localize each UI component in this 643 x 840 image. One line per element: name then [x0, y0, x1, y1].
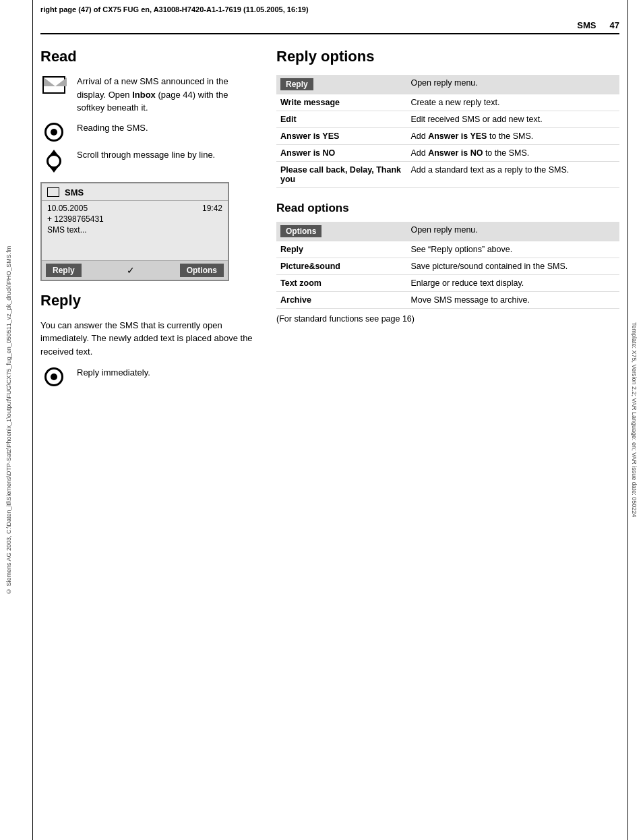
reply-row-0: Write message Create a new reply text.	[276, 94, 619, 111]
read-row-1-key: Picture&sound	[276, 258, 406, 275]
sms-reply-button[interactable]: Reply	[46, 264, 82, 277]
right-side-text: Template: X75, Version 2.2; VAR Language…	[630, 40, 639, 800]
envelope-icon	[42, 76, 65, 94]
circle-row: Reading the SMS.	[40, 121, 256, 142]
read-options-title: Read options	[276, 202, 619, 215]
read-row-3: Archive Move SMS message to archive.	[276, 292, 619, 309]
reply-row-1-val: Edit received SMS or add new text.	[406, 111, 619, 128]
nav-row: Scroll through message line by line.	[40, 148, 256, 173]
right-column: Reply options Reply Open reply menu. Wri…	[276, 48, 619, 393]
right-border-line	[627, 0, 628, 840]
read-section-title: Read	[40, 48, 256, 65]
sms-screen-header: SMS	[42, 183, 228, 201]
footer-note: (For standard functions see page 16)	[276, 314, 619, 324]
sms-buttons-bar: Reply ✓ Options	[42, 260, 228, 280]
arrow-up-icon	[50, 150, 58, 155]
nav-icon	[44, 150, 63, 173]
options-badge: Options	[280, 225, 322, 237]
reply-row-4: Please call back, Delay, Thank you Add a…	[276, 162, 619, 188]
reply-row-3-key: Answer is NO	[276, 145, 406, 162]
envelope-row: Arrival of a new SMS announced in the di…	[40, 75, 256, 115]
reply-row-0-val: Create a new reply text.	[406, 94, 619, 111]
read-row-3-val: Move SMS message to archive.	[406, 292, 619, 309]
two-col-layout: Read Arrival of a new SMS announced in t…	[40, 48, 619, 393]
read-row-1-val: Save picture/sound contained in the SMS.	[406, 258, 619, 275]
reply-circle-icon	[44, 367, 63, 386]
nav-icon-box	[40, 150, 67, 173]
sms-date-row: 10.05.2005 19:42	[47, 204, 222, 213]
left-border-line	[32, 0, 33, 840]
reply-row-1-key: Edit	[276, 111, 406, 128]
reply-badge: Reply	[280, 78, 313, 90]
read-options-table: Options Open reply menu. Reply See “Repl…	[276, 222, 619, 309]
reply-row-2-val: Add Answer is YES to the SMS.	[406, 128, 619, 145]
reply-row-1: Edit Edit received SMS or add new text.	[276, 111, 619, 128]
sms-screen-title: SMS	[65, 187, 84, 198]
top-meta-bar: right page (47) of CX75 FUG en, A31008-H…	[40, 5, 630, 13]
reply-row-3: Answer is NO Add Answer is NO to the SMS…	[276, 145, 619, 162]
reply-row-0-key: Write message	[276, 94, 406, 111]
arrow-down-icon	[50, 167, 58, 173]
sms-screen-body: 10.05.2005 19:42 + 12398765431 SMS text.…	[42, 201, 228, 260]
read-para3: Scroll through message line by line.	[77, 148, 256, 162]
reply-badge-desc: Open reply menu.	[406, 75, 619, 94]
page-header: SMS 47	[40, 20, 619, 34]
read-para2: Reading the SMS.	[77, 121, 256, 135]
circle-icon-box	[40, 123, 67, 142]
read-options-header-row: Options Open reply menu.	[276, 222, 619, 241]
options-badge-cell: Options	[276, 222, 406, 241]
reply-circle-icon-box	[40, 367, 67, 386]
read-row-3-key: Archive	[276, 292, 406, 309]
sms-number: + 12398765431	[47, 214, 222, 224]
sms-small-envelope	[47, 187, 59, 197]
reply-row-2: Answer is YES Add Answer is YES to the S…	[276, 128, 619, 145]
main-content: SMS 47 Read Arrival of a new SMS announc…	[40, 20, 619, 820]
read-para1: Arrival of a new SMS announced in the di…	[77, 75, 256, 115]
reply-options-title: Reply options	[276, 48, 619, 65]
reply-options-header-row: Reply Open reply menu.	[276, 75, 619, 94]
reply-badge-cell: Reply	[276, 75, 406, 94]
page-header-title: SMS	[577, 20, 596, 30]
left-side-text: © Siemens AG 2003, C:\Daten_itl\Siemens\…	[4, 40, 13, 800]
options-badge-desc: Open reply menu.	[406, 222, 619, 241]
inbox-link: Inbox	[132, 90, 156, 100]
reply-row-4-key: Please call back, Delay, Thank you	[276, 162, 406, 188]
sms-check-icon: ✓	[127, 265, 135, 276]
nav-circle	[47, 154, 61, 169]
reply-description: You can answer the SMS that is currently…	[40, 319, 256, 359]
reply-icon-row: Reply immediately.	[40, 366, 256, 386]
sms-time: 19:42	[202, 204, 222, 213]
reply-options-table: Reply Open reply menu. Write message Cre…	[276, 75, 619, 188]
read-row-0-val: See “Reply options” above.	[406, 241, 619, 258]
sms-text: SMS text...	[47, 225, 222, 235]
reply-icon-text: Reply immediately.	[77, 366, 256, 380]
read-row-2-key: Text zoom	[276, 275, 406, 292]
sms-options-button[interactable]: Options	[180, 264, 224, 277]
circle-icon	[44, 123, 63, 142]
read-row-2-val: Enlarge or reduce text display.	[406, 275, 619, 292]
page-number: 47	[610, 20, 619, 30]
envelope-icon-box	[40, 76, 67, 94]
sms-date: 10.05.2005	[47, 204, 88, 213]
left-column: Read Arrival of a new SMS announced in t…	[40, 48, 256, 393]
reply-section-title: Reply	[40, 292, 256, 309]
top-meta-text: right page (47) of CX75 FUG en, A31008-H…	[40, 5, 309, 13]
read-row-2: Text zoom Enlarge or reduce text display…	[276, 275, 619, 292]
read-row-0-key: Reply	[276, 241, 406, 258]
reply-section: Reply You can answer the SMS that is cur…	[40, 292, 256, 387]
read-row-0: Reply See “Reply options” above.	[276, 241, 619, 258]
sms-screen: SMS 10.05.2005 19:42 + 12398765431 SMS t…	[40, 182, 229, 281]
reply-row-3-val: Add Answer is NO to the SMS.	[406, 145, 619, 162]
read-row-1: Picture&sound Save picture/sound contain…	[276, 258, 619, 275]
reply-row-2-key: Answer is YES	[276, 128, 406, 145]
reply-row-4-val: Add a standard text as a reply to the SM…	[406, 162, 619, 188]
